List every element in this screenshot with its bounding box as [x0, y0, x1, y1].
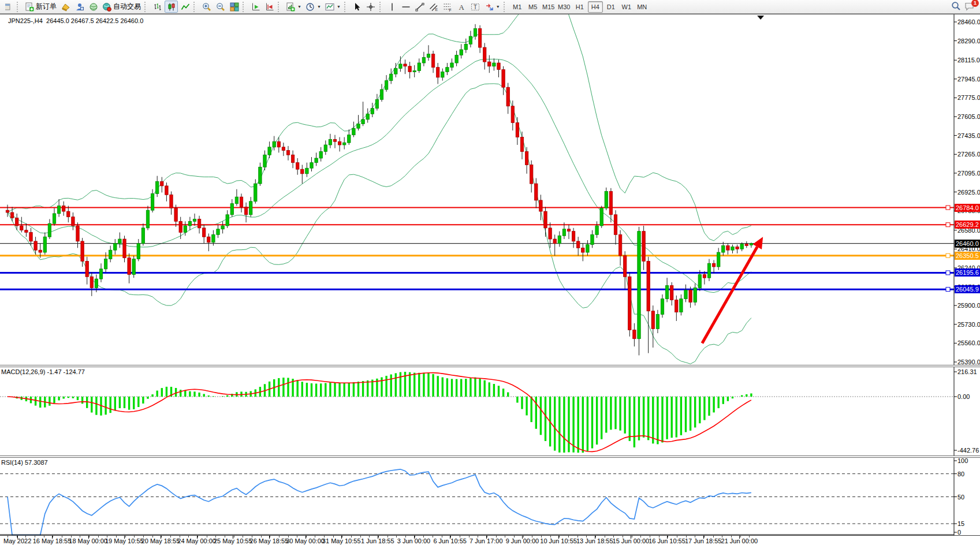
- level-price-label: 26784.0: [955, 204, 980, 212]
- window-menu-button[interactable]: [2, 1, 15, 13]
- tile-windows-button[interactable]: [228, 1, 241, 13]
- timeframe-button-m15[interactable]: M15: [541, 1, 556, 13]
- level-handle[interactable]: [946, 223, 950, 227]
- toolbar-grip[interactable]: [144, 2, 148, 12]
- macd-panel[interactable]: [0, 367, 980, 456]
- trading-terminal-window: 新订单自动交易▼▼▼EFAT▼M1M5M15M30H1H4D1W1MN1 JPN…: [0, 0, 980, 545]
- trendline-icon: [415, 2, 424, 12]
- time-axis-label: 9 Jun 00:00: [506, 537, 539, 544]
- time-axis-label: 16 May 18:55: [33, 537, 72, 544]
- trend-arrow-line[interactable]: [702, 247, 757, 344]
- price-chart-canvas[interactable]: [0, 14, 980, 365]
- zoom-out-button[interactable]: [214, 1, 227, 13]
- cursor-button[interactable]: [351, 1, 364, 13]
- time-axis-label: 10 Jun 10:55: [540, 537, 577, 544]
- vertical-line-icon: [387, 2, 397, 12]
- line-chart-button[interactable]: [178, 1, 192, 13]
- data-window-button[interactable]: [73, 1, 86, 13]
- data-window-icon: [75, 2, 84, 12]
- timeframe-button-h1[interactable]: H1: [572, 1, 587, 13]
- arrows-icon: [485, 2, 494, 12]
- line-chart-icon: [181, 2, 190, 12]
- toolbar-grip[interactable]: [344, 2, 348, 12]
- new-order-button[interactable]: 新订单: [23, 1, 58, 13]
- autotrading-button[interactable]: 自动交易: [100, 1, 143, 13]
- toolbar-grip[interactable]: [278, 2, 281, 12]
- zoom-out-icon: [216, 2, 225, 12]
- macd-histogram: [12, 372, 751, 453]
- time-axis-label: 30 May 00:00: [286, 537, 325, 544]
- crosshair-icon: [366, 2, 375, 12]
- toolbar-grip[interactable]: [17, 2, 20, 12]
- timeframe-button-h4[interactable]: H4: [588, 1, 603, 13]
- chart-shift-marker-icon[interactable]: [757, 16, 764, 20]
- timeframe-button-d1[interactable]: D1: [603, 1, 618, 13]
- timeframe-button-m5[interactable]: M5: [526, 1, 541, 13]
- signals-button[interactable]: [87, 1, 100, 13]
- vertical-line-button[interactable]: [386, 1, 399, 13]
- new-order-button-label: 新订单: [36, 2, 57, 12]
- chart-window[interactable]: JPN225-,H4 26445.0 26467.5 26422.5 26460…: [0, 14, 980, 545]
- chevron-down-icon[interactable]: ▼: [337, 5, 341, 9]
- svg-text:F: F: [449, 8, 452, 12]
- chat-button[interactable]: 1: [964, 2, 975, 12]
- search-button[interactable]: [951, 1, 961, 12]
- level-handle[interactable]: [946, 288, 950, 292]
- equidistant-channel-button[interactable]: E: [427, 1, 441, 13]
- time-axis[interactable]: May 202216 May 18:5518 May 00:0019 May 1…: [0, 535, 980, 545]
- bar-chart-button[interactable]: [151, 1, 164, 13]
- chevron-down-icon[interactable]: ▼: [317, 5, 321, 9]
- market-watch-button[interactable]: [59, 1, 72, 13]
- chevron-down-icon[interactable]: ▼: [496, 5, 500, 9]
- candlestick-chart-button[interactable]: [165, 1, 178, 13]
- rsi-panel[interactable]: [0, 458, 980, 535]
- toolbar-grip[interactable]: [504, 2, 507, 12]
- candlesticks: [6, 24, 752, 356]
- arrows-button[interactable]: ▼: [483, 1, 502, 13]
- chart-shift-icon: [265, 2, 274, 12]
- signals-icon: [89, 2, 98, 12]
- horizontal-line-button[interactable]: [400, 1, 413, 13]
- level-handle[interactable]: [946, 271, 950, 275]
- level-handle[interactable]: [946, 206, 950, 210]
- time-axis-label: 24 May 00:00: [177, 537, 216, 544]
- time-axis-label: 6 Jun 10:55: [433, 537, 467, 544]
- timeframe-button-w1[interactable]: W1: [619, 1, 634, 13]
- level-price-label: 26045.9: [955, 285, 980, 293]
- rsi-axis-label: 50: [957, 494, 964, 501]
- toolbar-grip[interactable]: [193, 2, 197, 12]
- timeframe-button-mn[interactable]: MN: [635, 1, 650, 13]
- time-axis-label: 25 May 10:55: [214, 537, 252, 544]
- fibonacci-button[interactable]: F: [441, 1, 454, 13]
- bar-chart-icon: [153, 2, 162, 12]
- level-handle[interactable]: [946, 253, 950, 257]
- new-chart-button[interactable]: ▼: [284, 1, 303, 13]
- timeframe-button-m30[interactable]: M30: [557, 1, 572, 13]
- rsi-axis-label: 100: [957, 457, 968, 464]
- zoom-in-button[interactable]: [200, 1, 213, 13]
- chevron-down-icon[interactable]: ▼: [297, 5, 301, 9]
- equidistant-channel-icon: E: [429, 2, 438, 12]
- cursor-icon: [352, 2, 362, 12]
- toolbar-grip[interactable]: [243, 2, 246, 12]
- main-toolbar: 新订单自动交易▼▼▼EFAT▼M1M5M15M30H1H4D1W1MN1: [0, 0, 980, 14]
- chart-shift-button[interactable]: [263, 1, 276, 13]
- text-icon: A: [457, 2, 466, 12]
- templates-button[interactable]: ▼: [323, 1, 342, 13]
- timeframe-button-m1[interactable]: M1: [510, 1, 525, 13]
- text-label-button[interactable]: T: [469, 1, 482, 13]
- market-watch-icon: [61, 2, 70, 12]
- time-axis-label: 21 Jun 00:00: [721, 537, 758, 544]
- text-button[interactable]: A: [455, 1, 468, 13]
- auto-scroll-button[interactable]: [249, 1, 262, 13]
- toolbar-grip[interactable]: [379, 2, 383, 12]
- crosshair-button[interactable]: [364, 1, 378, 13]
- price-axis-tick-label: 27605.0: [957, 113, 980, 120]
- periods-button[interactable]: ▼: [304, 1, 323, 13]
- price-axis-tick-label: 27265.0: [957, 151, 980, 158]
- bollinger-upper: [8, 14, 751, 241]
- trendline-button[interactable]: [413, 1, 427, 13]
- toolbar-right-group: 1: [951, 1, 978, 12]
- price-axis-tick-label: 27775.0: [957, 94, 980, 101]
- svg-text:A: A: [459, 2, 465, 11]
